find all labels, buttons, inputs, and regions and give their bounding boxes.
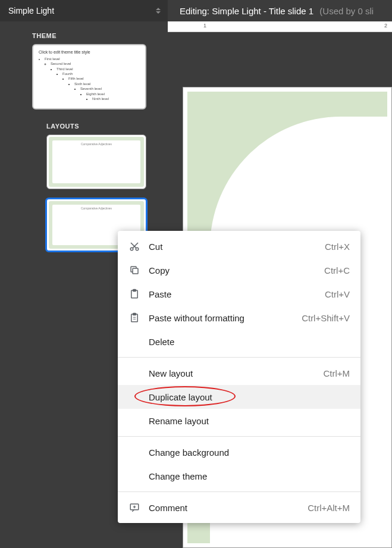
menu-label: Copy bbox=[149, 265, 324, 275]
outline-l4: Fourth bbox=[62, 72, 73, 76]
layout-thumbnail-0[interactable]: Comparative Adjectives bbox=[46, 134, 146, 189]
menu-label: Rename layout bbox=[149, 416, 350, 426]
paste-plain-icon bbox=[128, 312, 140, 324]
menu-label: Cut bbox=[149, 242, 325, 252]
menu-shortcut: Ctrl+X bbox=[325, 242, 350, 252]
comment-icon bbox=[128, 502, 140, 513]
menu-item-change-theme[interactable]: Change theme bbox=[118, 464, 360, 488]
outline-l9: Ninth level bbox=[92, 97, 109, 101]
menu-item-change-background[interactable]: Change background bbox=[118, 440, 360, 464]
context-menu: Cut Ctrl+X Copy Ctrl+C Paste Ctrl+V Past… bbox=[118, 231, 360, 523]
menu-shortcut: Ctrl+M bbox=[323, 368, 350, 378]
menu-item-paste[interactable]: Paste Ctrl+V bbox=[118, 282, 360, 306]
menu-item-delete[interactable]: Delete bbox=[118, 330, 360, 353]
theme-selector-dropdown[interactable]: Simple Light bbox=[0, 0, 168, 21]
horizontal-ruler[interactable]: 1 2 bbox=[168, 21, 392, 32]
theme-section-label: THEME bbox=[32, 32, 168, 39]
svg-rect-4 bbox=[133, 290, 136, 292]
menu-item-copy[interactable]: Copy Ctrl+C bbox=[118, 258, 360, 282]
outline-l6: Sixth level bbox=[74, 82, 90, 86]
blank-icon bbox=[128, 446, 140, 458]
editing-prefix: Editing: bbox=[180, 6, 209, 16]
copy-icon bbox=[128, 264, 140, 276]
menu-shortcut: Ctrl+C bbox=[324, 265, 350, 275]
menu-label: New layout bbox=[149, 368, 323, 378]
svg-point-1 bbox=[136, 248, 139, 250]
used-by-text: (Used by 0 sli bbox=[319, 6, 374, 16]
menu-item-new-layout[interactable]: New layout Ctrl+M bbox=[118, 361, 360, 385]
svg-rect-2 bbox=[133, 268, 138, 274]
theme-thumb-title: Click to edit theme title style bbox=[39, 49, 140, 55]
blank-icon bbox=[128, 470, 140, 482]
svg-point-0 bbox=[130, 248, 133, 250]
menu-label: Change theme bbox=[149, 471, 350, 481]
blank-icon bbox=[128, 391, 140, 403]
menu-label: Change background bbox=[149, 447, 350, 458]
theme-thumb-content: Click to edit theme title style First le… bbox=[34, 46, 145, 108]
dropdown-caret-icon bbox=[156, 8, 161, 14]
menu-separator bbox=[118, 357, 360, 358]
ruler-mark: 1 bbox=[203, 23, 206, 29]
blank-icon bbox=[128, 336, 140, 347]
ruler-mark: 2 bbox=[384, 23, 387, 29]
theme-master-thumbnail[interactable]: Click to edit theme title style First le… bbox=[32, 44, 146, 109]
menu-shortcut: Ctrl+Alt+M bbox=[308, 503, 350, 513]
menu-separator bbox=[118, 436, 360, 437]
menu-shortcut: Ctrl+V bbox=[325, 289, 350, 299]
outline-l3: Third level bbox=[57, 67, 73, 71]
outline-l1: First level bbox=[45, 57, 60, 61]
menu-item-comment[interactable]: Comment Ctrl+Alt+M bbox=[118, 496, 360, 519]
menu-label: Paste without formatting bbox=[149, 313, 302, 323]
menu-separator bbox=[118, 491, 360, 492]
menu-shortcut: Ctrl+Shift+V bbox=[302, 313, 350, 323]
svg-rect-6 bbox=[133, 314, 136, 315]
menu-item-duplicate-layout[interactable]: Duplicate layout bbox=[118, 385, 360, 409]
outline-l7: Seventh level bbox=[80, 87, 102, 90]
menu-item-cut[interactable]: Cut Ctrl+X bbox=[118, 234, 360, 258]
header-bar: Simple Light Editing: Simple Light - Tit… bbox=[0, 0, 392, 21]
cut-icon bbox=[128, 240, 140, 252]
blank-icon bbox=[128, 415, 140, 427]
outline-l8: Eighth level bbox=[86, 92, 105, 96]
menu-label: Paste bbox=[149, 289, 325, 299]
menu-label: Comment bbox=[149, 503, 308, 513]
layout-thumb-title: Comparative Adjectives bbox=[52, 140, 140, 183]
theme-selector-label: Simple Light bbox=[8, 6, 54, 15]
menu-item-rename-layout[interactable]: Rename layout bbox=[118, 409, 360, 433]
layouts-section-label: LAYOUTS bbox=[46, 123, 168, 130]
menu-item-paste-without-formatting[interactable]: Paste without formatting Ctrl+Shift+V bbox=[118, 306, 360, 330]
outline-l5: Fifth level bbox=[68, 77, 84, 80]
menu-label: Duplicate layout bbox=[149, 392, 350, 402]
blank-icon bbox=[128, 367, 140, 379]
editing-title: Editing: Simple Light - Title slide 1 (U… bbox=[168, 6, 392, 16]
paste-icon bbox=[128, 288, 140, 300]
editing-name: Simple Light - Title slide 1 bbox=[212, 6, 313, 16]
outline-l2: Second level bbox=[51, 62, 71, 65]
menu-label: Delete bbox=[149, 337, 350, 347]
